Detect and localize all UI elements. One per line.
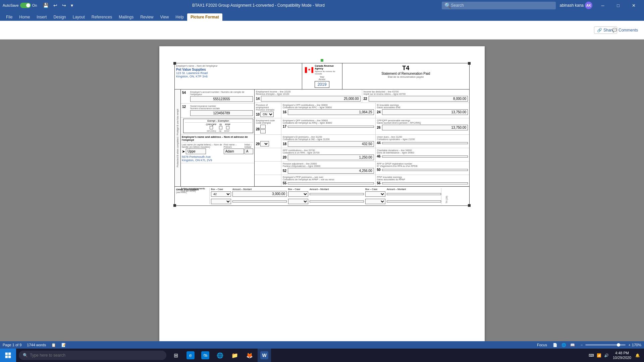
other-box3-select[interactable] (365, 191, 385, 197)
tab-home[interactable]: Home (16, 13, 33, 21)
web-view-button[interactable]: 🌐 (560, 342, 568, 348)
zoom-out-button[interactable]: − (581, 343, 583, 347)
year-value[interactable]: 2019 (315, 81, 330, 88)
autres-amount1[interactable] (232, 200, 287, 202)
title-search-input[interactable] (451, 3, 545, 8)
emp-code-box2[interactable] (260, 129, 266, 133)
exempt-cpp-checkbox[interactable] (210, 126, 213, 129)
rpp-value[interactable]: 1,250.00 (288, 155, 374, 160)
taskbar-app-edge[interactable]: e (184, 349, 197, 362)
handle-br[interactable] (468, 204, 471, 207)
emp-income-value[interactable]: 25,000.00 (261, 96, 360, 102)
other-amount3[interactable] (387, 193, 441, 195)
pension-adj-value[interactable]: 4,256.00 (288, 168, 374, 174)
start-button[interactable] (0, 349, 16, 362)
notification-icon[interactable]: 🔔 (635, 353, 640, 358)
taskbar-apps: ⊞ e 🛍 🌐 📁 🦊 W (169, 349, 271, 362)
taskbar-search-input[interactable] (30, 353, 162, 358)
more-tools-button[interactable]: ▾ (69, 2, 75, 9)
box50: 50 (377, 168, 381, 172)
zoom-slider[interactable] (585, 344, 626, 346)
system-tray-icons: ⌨ 📶 🔊 (589, 353, 609, 358)
read-view-button[interactable]: 📖 (569, 342, 577, 348)
explorer-icon: 📁 (231, 351, 239, 359)
box29-select[interactable] (260, 141, 269, 146)
tab-file[interactable]: File (3, 13, 16, 21)
other-amount1[interactable]: 3,000.00 (232, 191, 287, 197)
rpp-number-value[interactable] (382, 169, 468, 171)
emp-code-box1[interactable] (260, 125, 266, 129)
ppip-insurable-value[interactable] (382, 182, 468, 184)
autres-box1-select[interactable] (211, 199, 231, 204)
cpp-pensionable-value[interactable]: 13,750.00 (382, 125, 468, 130)
taskbar-app-chrome[interactable]: 🌐 (213, 349, 227, 362)
autres-amount2[interactable] (310, 200, 364, 202)
other-box1-select[interactable]: 42 (211, 191, 231, 197)
zoom-thumb[interactable] (617, 343, 620, 347)
focus-label[interactable]: Focus (537, 343, 547, 347)
maximize-button[interactable]: □ (610, 0, 626, 11)
exempt-ppip-checkbox[interactable] (226, 126, 229, 129)
ppip-value[interactable] (288, 182, 374, 184)
handle-bl[interactable] (173, 204, 176, 207)
province-select[interactable]: ON (260, 112, 274, 117)
comments-button[interactable]: 💬 Comments (609, 27, 641, 34)
tab-picture-format[interactable]: Picture Format (187, 13, 222, 21)
tab-help[interactable]: Help (172, 13, 187, 21)
box24: 24 (377, 110, 381, 114)
tab-layout[interactable]: Layout (69, 13, 88, 21)
tab-review[interactable]: Review (137, 13, 157, 21)
exempt-ei-checkbox[interactable] (219, 126, 222, 129)
chrome-icon: 🌐 (216, 351, 224, 359)
tab-mailings[interactable]: Mailings (115, 13, 137, 21)
initial-field[interactable]: A (245, 148, 253, 154)
zoom-in-button[interactable]: + (628, 343, 630, 347)
first-name-field[interactable]: Adam (224, 148, 244, 154)
cra-logo: Canada Revenue Agency Agence du revenu d… (305, 65, 339, 75)
minimize-button[interactable]: ─ (595, 0, 610, 11)
ei-premiums-value[interactable]: 432.50 (288, 141, 374, 147)
autres-box3-select[interactable] (365, 199, 385, 204)
taskbar-app-taskview[interactable]: ⊞ (169, 349, 182, 362)
autres-amount3[interactable] (387, 200, 441, 202)
editor-icon[interactable]: 📝 (61, 343, 66, 347)
union-dues-value[interactable] (382, 142, 468, 144)
tax-value[interactable]: 8,000.00 (369, 96, 468, 102)
tab-design[interactable]: Design (50, 13, 69, 21)
taskbar-search-box[interactable]: 🔍 (19, 351, 166, 360)
autosave-toggle[interactable] (20, 3, 31, 8)
other-box2-select[interactable] (288, 191, 308, 197)
cpp-value[interactable]: 1,064.25 (288, 109, 374, 115)
ei-insurable-value[interactable]: 13,750.00 (382, 109, 468, 115)
tab-insert[interactable]: Insert (33, 13, 50, 21)
taskbar-search-icon: 🔍 (23, 353, 28, 358)
acct-value[interactable]: 555123555 (190, 96, 253, 102)
autosave-control[interactable]: AutoSave On (3, 3, 37, 8)
sin-value[interactable]: 123456789 (190, 110, 253, 116)
taskbar-app-word[interactable]: W (258, 349, 271, 362)
handle-tr[interactable] (468, 62, 471, 65)
title-search-box[interactable]: 🔍 (442, 2, 556, 9)
undo-button[interactable]: ↩ (51, 2, 59, 9)
other-amount2[interactable] (310, 193, 364, 195)
handle-tl[interactable] (173, 62, 176, 65)
tab-references[interactable]: References (88, 13, 115, 21)
taskbar-app-store[interactable]: 🛍 (199, 349, 212, 362)
tab-view[interactable]: View (157, 13, 172, 21)
charitable-value[interactable] (382, 156, 468, 158)
rotate-handle[interactable] (321, 59, 323, 62)
save-button[interactable]: 💾 (41, 2, 51, 9)
taskbar-app-firefox[interactable]: 🦊 (243, 349, 256, 362)
redo-button[interactable]: ↪ (60, 2, 68, 9)
print-view-button[interactable]: 📄 (551, 342, 559, 348)
last-name-field[interactable]: Uppe (186, 148, 206, 154)
ei-premiums-cell: Employee's EI premiums – line 31200 Coti… (281, 135, 376, 148)
autres-box2-select[interactable] (288, 199, 308, 204)
taskbar-app-explorer[interactable]: 📁 (228, 349, 241, 362)
qpp-value[interactable] (288, 126, 374, 128)
exempt-cpp-group: CPP/QPP (206, 123, 216, 129)
right-column: Employment income – line 10100 Revenus d… (255, 89, 469, 186)
union-dues-sublabel: Cotisations syndicales – ligne 21200 (377, 138, 468, 140)
accessibility-icon[interactable]: 📋 (51, 343, 56, 347)
close-button[interactable]: ✕ (626, 0, 641, 11)
